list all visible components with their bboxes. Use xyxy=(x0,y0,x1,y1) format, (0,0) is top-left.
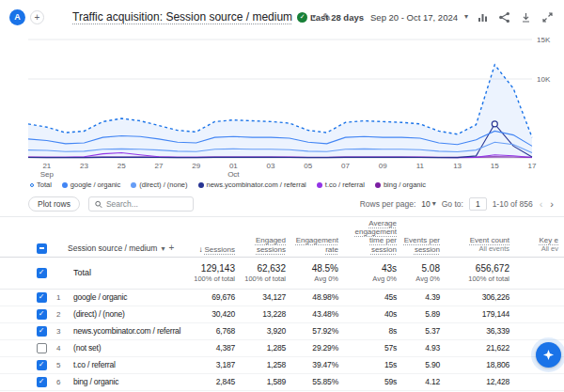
table-toolbar: Plot rows Rows per page: 10 ▾ Go to: 1 1… xyxy=(0,194,564,214)
column-label: Engagement rate xyxy=(296,236,338,253)
row-source: t.co / referral xyxy=(73,360,190,369)
row-checkbox[interactable] xyxy=(37,292,47,303)
row-checkbox[interactable] xyxy=(37,343,47,353)
column-label: Sessions xyxy=(205,245,235,254)
y-axis-label: 10K xyxy=(537,75,551,84)
row-number: 5 xyxy=(55,361,73,369)
metric-value: 3,920 xyxy=(241,326,291,336)
metric-value: 306,226 xyxy=(446,292,515,302)
x-axis-label: 17 xyxy=(528,162,537,170)
data-point-marker[interactable] xyxy=(492,121,497,127)
y-axis-label: 15K xyxy=(537,36,551,44)
row-checkbox-cell xyxy=(28,292,55,303)
column-header[interactable]: Engaged sessions xyxy=(241,236,291,253)
search-input[interactable] xyxy=(106,199,187,209)
rows-per-page-select[interactable]: 10 ▾ xyxy=(421,199,435,209)
next-page-icon[interactable]: › xyxy=(549,199,555,210)
totals-cell: 48.5%Avg 0% xyxy=(291,263,344,283)
metric-value: 29.29% xyxy=(291,343,344,353)
metric-value: 2,845 xyxy=(190,377,241,386)
share-icon[interactable] xyxy=(496,9,511,24)
x-axis-label: 27 xyxy=(155,162,164,170)
chevron-down-icon: ▾ xyxy=(432,200,436,208)
totals-checkbox[interactable] xyxy=(37,268,47,278)
metric-value: 39.47% xyxy=(291,360,344,369)
column-label: Event count xyxy=(470,236,509,244)
table-row[interactable]: 5t.co / referral3,1871,25839.47%15s5.901… xyxy=(0,357,564,374)
metric-value: 48.98% xyxy=(291,292,344,302)
totals-label: Total xyxy=(73,268,190,277)
metric-value: 21,622 xyxy=(446,343,515,353)
rows-per-page-label: Rows per page: xyxy=(360,199,416,209)
column-header[interactable]: Events per session xyxy=(402,236,446,253)
table-row[interactable]: 2(direct) / (none)30,42013,22843.48%40s5… xyxy=(0,306,564,323)
metric-value: 4.39 xyxy=(402,292,446,302)
legend-item[interactable]: news.ycombinator.com / referral xyxy=(198,180,306,189)
x-axis-label: 25 xyxy=(118,162,126,170)
metric-value: 43.48% xyxy=(291,309,344,319)
totals-value: 656,672 xyxy=(446,263,509,274)
select-all-checkbox[interactable] xyxy=(37,243,47,254)
x-axis-label: 21 xyxy=(42,162,51,170)
column-header[interactable]: Engagement rate xyxy=(291,236,344,253)
date-chevron-down-icon[interactable]: ▾ xyxy=(464,13,468,21)
x-axis-label: 07 xyxy=(341,162,350,170)
expand-icon[interactable] xyxy=(540,9,555,24)
column-sublabel: All ev xyxy=(515,245,558,254)
column-sublabel: All events xyxy=(446,245,509,254)
x-axis-label: 01 xyxy=(229,162,238,170)
metric-value: 4,387 xyxy=(190,343,241,353)
add-comparison-button[interactable]: + xyxy=(30,10,44,24)
row-checkbox[interactable] xyxy=(37,360,47,370)
table-row[interactable]: 4(not set)4,3871,28529.29%57s4.9321,622 xyxy=(0,340,564,357)
column-label: Engaged sessions xyxy=(256,236,286,253)
table-row[interactable]: 1google / organic69,67634,12748.98%45s4.… xyxy=(0,290,564,306)
legend-label: news.ycombinator.com / referral xyxy=(207,180,306,189)
table-header-row: Session source / medium ▾ + ↓SessionsEng… xyxy=(0,216,564,258)
dimension-header[interactable]: Session source / medium ▾ + xyxy=(55,243,190,254)
prev-page-icon[interactable]: ‹ xyxy=(539,199,544,210)
legend-item[interactable]: t.co / referral xyxy=(317,180,365,189)
plot-rows-button[interactable]: Plot rows xyxy=(28,196,80,212)
legend-item[interactable]: Total xyxy=(30,180,52,189)
row-source: bing / organic xyxy=(73,377,190,386)
legend-item[interactable]: google / organic xyxy=(62,180,120,189)
bar-chart-icon[interactable] xyxy=(475,9,490,24)
legend-item[interactable]: (direct) / (none) xyxy=(131,180,187,189)
insights-button[interactable] xyxy=(536,342,561,368)
row-number: 1 xyxy=(55,293,73,302)
totals-subvalue: Avg 0% xyxy=(291,274,338,283)
column-header[interactable]: Average engagement time per session xyxy=(344,219,402,254)
download-icon[interactable] xyxy=(518,9,533,24)
column-header[interactable]: Key eAll ev xyxy=(515,236,564,254)
add-dimension-icon[interactable]: + xyxy=(168,243,174,253)
table-row[interactable]: 3news.ycombinator.com / referral6,7683,9… xyxy=(0,323,564,340)
row-checkbox-cell xyxy=(28,360,55,370)
row-checkbox[interactable] xyxy=(37,309,47,320)
legend-label: bing / organic xyxy=(384,180,426,189)
avatar[interactable]: A xyxy=(9,9,25,25)
search-box[interactable] xyxy=(88,196,194,212)
row-source: google / organic xyxy=(73,292,190,302)
row-checkbox[interactable] xyxy=(37,377,47,387)
row-checkbox[interactable] xyxy=(37,326,47,337)
date-range-picker[interactable]: Sep 20 - Oct 17, 2024 xyxy=(370,12,458,23)
column-header[interactable]: ↓Sessions xyxy=(190,245,241,254)
totals-subvalue: Avg 0% xyxy=(344,274,397,283)
column-header[interactable]: Event countAll events xyxy=(446,236,515,254)
goto-page-input[interactable]: 1 xyxy=(469,197,487,211)
x-axis-label: 23 xyxy=(80,162,88,170)
row-number: 3 xyxy=(55,327,73,336)
page-title[interactable]: Traffic acquisition: Session source / me… xyxy=(72,10,292,24)
table-row[interactable]: 6bing / organic2,8451,58955.85%59s4.1212… xyxy=(0,374,564,391)
row-source: news.ycombinator.com / referral xyxy=(73,326,190,336)
table-body: 1google / organic69,67634,12748.98%45s4.… xyxy=(0,290,564,391)
metric-value: 179,144 xyxy=(446,309,515,319)
legend-dot-icon xyxy=(198,182,204,188)
legend-item[interactable]: bing / organic xyxy=(375,180,426,189)
legend-label: t.co / referral xyxy=(325,180,365,189)
totals-value: 129,143 xyxy=(190,263,235,274)
header-checkbox-cell xyxy=(28,243,55,254)
sort-desc-icon: ↓ xyxy=(199,245,203,254)
pagination-controls: Rows per page: 10 ▾ Go to: 1 1-10 of 856… xyxy=(360,197,555,211)
